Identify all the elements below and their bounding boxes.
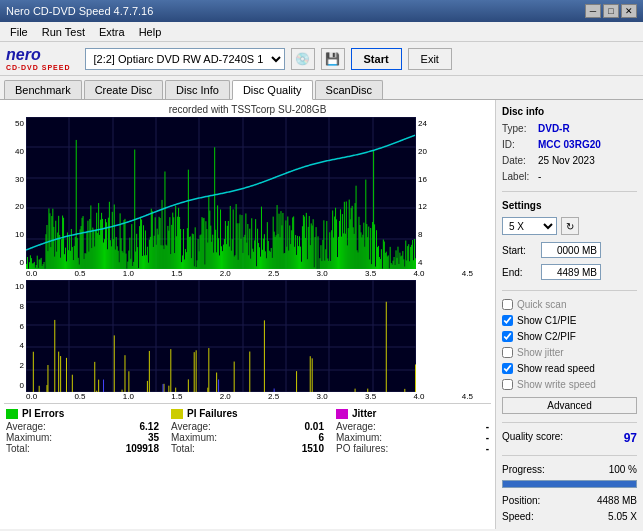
pi-errors-total-label: Total:: [6, 443, 30, 454]
show-write-speed-checkbox[interactable]: [502, 379, 513, 390]
jitter-max-label: Maximum:: [336, 432, 382, 443]
menu-help[interactable]: Help: [133, 24, 168, 40]
quick-scan-checkbox[interactable]: [502, 299, 513, 310]
x2-2.0: 2.0: [220, 392, 231, 401]
disc-id-row: ID: MCC 03RG20: [502, 139, 637, 150]
x2-3.5: 3.5: [365, 392, 376, 401]
show-read-speed-row: Show read speed: [502, 363, 637, 374]
titlebar: Nero CD-DVD Speed 4.7.7.16 ─ □ ✕: [0, 0, 643, 22]
tab-disc-quality[interactable]: Disc Quality: [232, 80, 313, 100]
show-c2-pif-label: Show C2/PIF: [517, 331, 576, 342]
show-write-speed-label: Show write speed: [517, 379, 596, 390]
end-value: 4489 MB: [541, 264, 601, 280]
y-left-10: 10: [15, 230, 24, 239]
tab-scandisc[interactable]: ScanDisc: [315, 80, 383, 99]
start-label: Start:: [502, 245, 537, 256]
tab-disc-info[interactable]: Disc Info: [165, 80, 230, 99]
disc-info-title: Disc info: [502, 106, 637, 117]
nero-logo-sub: CD·DVD SPEED: [6, 64, 71, 71]
x2-1.0: 1.0: [123, 392, 134, 401]
start-button[interactable]: Start: [351, 48, 402, 70]
progress-bar-outer: [502, 480, 637, 488]
y-right-24: 24: [418, 119, 427, 128]
pi-failures-avg-val: 0.01: [305, 421, 324, 432]
speed-label: Speed:: [502, 511, 534, 522]
window-title: Nero CD-DVD Speed 4.7.7.16: [6, 5, 153, 17]
chart-area: recorded with TSSTcorp SU-208GB 50 40 30…: [0, 100, 495, 529]
y-left-30: 30: [15, 175, 24, 184]
pi-failures-max-label: Maximum:: [171, 432, 217, 443]
start-mb-row: Start: 0000 MB: [502, 242, 637, 258]
show-c1-pie-checkbox[interactable]: [502, 315, 513, 326]
tab-create-disc[interactable]: Create Disc: [84, 80, 163, 99]
disc-id-label: ID:: [502, 139, 534, 150]
nero-logo-text: nero: [6, 46, 41, 64]
jitter-color: [336, 409, 348, 419]
x-4.0: 4.0: [413, 269, 424, 278]
end-label: End:: [502, 267, 537, 278]
exit-button[interactable]: Exit: [408, 48, 452, 70]
show-c2-pif-checkbox[interactable]: [502, 331, 513, 342]
bottom-chart: [26, 280, 416, 392]
show-c2-pif-row: Show C2/PIF: [502, 331, 637, 342]
show-read-speed-label: Show read speed: [517, 363, 595, 374]
x-1.5: 1.5: [171, 269, 182, 278]
pi-failures-total-label: Total:: [171, 443, 195, 454]
legend-jitter: Jitter Average: - Maximum: - PO failures…: [336, 408, 489, 454]
x-0.5: 0.5: [74, 269, 85, 278]
speed-select[interactable]: 5 X: [502, 217, 557, 235]
tab-benchmark[interactable]: Benchmark: [4, 80, 82, 99]
refresh-btn[interactable]: ↻: [561, 217, 579, 235]
pi-errors-total-val: 109918: [126, 443, 159, 454]
divider-2: [502, 290, 637, 291]
disc-icon-btn[interactable]: 💿: [291, 48, 315, 70]
quality-score-value: 97: [624, 431, 637, 445]
position-row: Position: 4488 MB: [502, 495, 637, 506]
y-left-0: 0: [20, 258, 24, 267]
drive-select[interactable]: [2:2] Optiarc DVD RW AD-7240S 1.04: [85, 48, 285, 70]
pi-errors-max-val: 35: [148, 432, 159, 443]
pi-errors-avg-label: Average:: [6, 421, 46, 432]
jitter-label: Jitter: [352, 408, 376, 419]
maximize-btn[interactable]: □: [603, 4, 619, 18]
show-c1-pie-row: Show C1/PIE: [502, 315, 637, 326]
x-2.0: 2.0: [220, 269, 231, 278]
divider-1: [502, 191, 637, 192]
pi-failures-max-val: 6: [318, 432, 324, 443]
menu-extra[interactable]: Extra: [93, 24, 131, 40]
y2-0: 0: [20, 381, 24, 390]
jitter-avg-val: -: [486, 421, 489, 432]
minimize-btn[interactable]: ─: [585, 4, 601, 18]
show-jitter-row: Show jitter: [502, 347, 637, 358]
save-icon-btn[interactable]: 💾: [321, 48, 345, 70]
x2-0.5: 0.5: [74, 392, 85, 401]
position-label: Position:: [502, 495, 540, 506]
close-btn[interactable]: ✕: [621, 4, 637, 18]
pi-errors-label: PI Errors: [22, 408, 64, 419]
advanced-button[interactable]: Advanced: [502, 397, 637, 414]
menu-file[interactable]: File: [4, 24, 34, 40]
y-left-20: 20: [15, 202, 24, 211]
legend-pi-errors: PI Errors Average: 6.12 Maximum: 35 Tota…: [6, 408, 159, 454]
progress-value: 100 %: [609, 464, 637, 475]
show-c1-pie-label: Show C1/PIE: [517, 315, 576, 326]
disc-date-label: Date:: [502, 155, 534, 166]
menu-run-test[interactable]: Run Test: [36, 24, 91, 40]
speed-row: 5 X ↻: [502, 217, 637, 235]
legend-pi-failures: PI Failures Average: 0.01 Maximum: 6 Tot…: [171, 408, 324, 454]
settings-title: Settings: [502, 200, 637, 211]
toolbar: nero CD·DVD SPEED [2:2] Optiarc DVD RW A…: [0, 42, 643, 76]
y-left-50: 50: [15, 119, 24, 128]
divider-3: [502, 422, 637, 423]
show-jitter-checkbox[interactable]: [502, 347, 513, 358]
x2-1.5: 1.5: [171, 392, 182, 401]
x-3.5: 3.5: [365, 269, 376, 278]
window-controls: ─ □ ✕: [585, 4, 637, 18]
nero-logo: nero CD·DVD SPEED: [6, 46, 71, 71]
x2-4.5: 4.5: [462, 392, 473, 401]
disc-label-value: -: [538, 171, 541, 182]
pi-errors-max-label: Maximum:: [6, 432, 52, 443]
quick-scan-label: Quick scan: [517, 299, 566, 310]
show-read-speed-checkbox[interactable]: [502, 363, 513, 374]
x-0.0: 0.0: [26, 269, 37, 278]
